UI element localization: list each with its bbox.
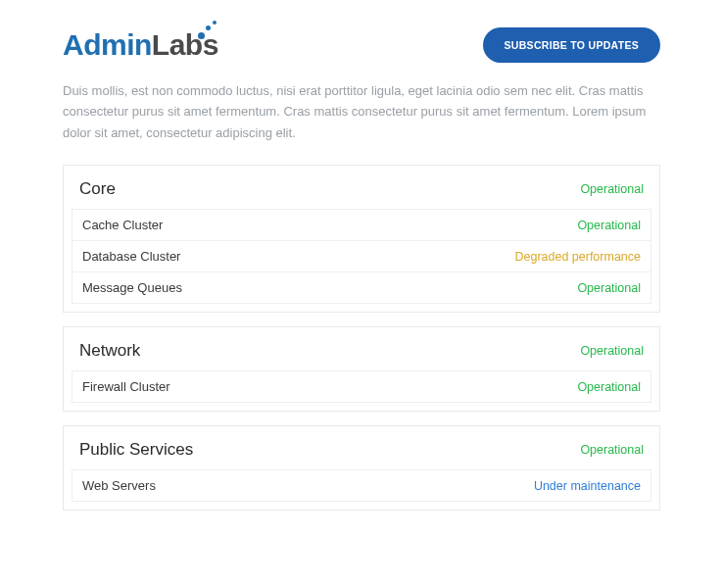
item-status: Operational [577, 219, 641, 232]
group-title: Core [79, 179, 116, 199]
status-group: CoreOperationalCache ClusterOperationalD… [63, 165, 660, 313]
page-header: AdminLabs SUBSCRIBE TO UPDATES [63, 27, 660, 63]
list-item: Database ClusterDegraded performance [72, 241, 651, 272]
item-name: Message Queues [82, 280, 182, 295]
item-status: Operational [577, 380, 641, 394]
group-title: Network [79, 341, 140, 361]
subscribe-button[interactable]: SUBSCRIBE TO UPDATES [483, 27, 660, 63]
group-header: CoreOperational [64, 166, 659, 209]
items-list: Web ServersUnder maintenance [64, 469, 659, 510]
item-name: Web Servers [82, 478, 156, 493]
logo-text-labs: Labs [152, 28, 218, 61]
item-name: Cache Cluster [82, 218, 163, 232]
page-description: Duis mollis, est non commodo luctus, nis… [63, 80, 660, 143]
item-status: Operational [577, 281, 641, 295]
item-status: Under maintenance [534, 479, 641, 493]
item-status: Degraded performance [514, 250, 641, 264]
items-list: Cache ClusterOperationalDatabase Cluster… [64, 209, 659, 312]
list-item: Firewall ClusterOperational [72, 370, 651, 403]
logo: AdminLabs [63, 28, 218, 62]
item-name: Firewall Cluster [82, 379, 170, 394]
list-item: Cache ClusterOperational [72, 209, 651, 241]
group-status: Operational [580, 344, 644, 358]
status-groups-container: CoreOperationalCache ClusterOperationalD… [63, 165, 660, 511]
group-title: Public Services [79, 440, 193, 460]
list-item: Message QueuesOperational [72, 272, 651, 304]
list-item: Web ServersUnder maintenance [72, 469, 651, 502]
group-header: NetworkOperational [64, 327, 659, 370]
group-status: Operational [580, 182, 644, 196]
items-list: Firewall ClusterOperational [64, 370, 659, 411]
group-header: Public ServicesOperational [64, 426, 659, 469]
status-group: NetworkOperationalFirewall ClusterOperat… [63, 326, 660, 412]
status-group: Public ServicesOperationalWeb ServersUnd… [63, 425, 660, 511]
group-status: Operational [580, 443, 644, 457]
logo-text-admin: Admin [63, 28, 152, 61]
item-name: Database Cluster [82, 249, 180, 264]
